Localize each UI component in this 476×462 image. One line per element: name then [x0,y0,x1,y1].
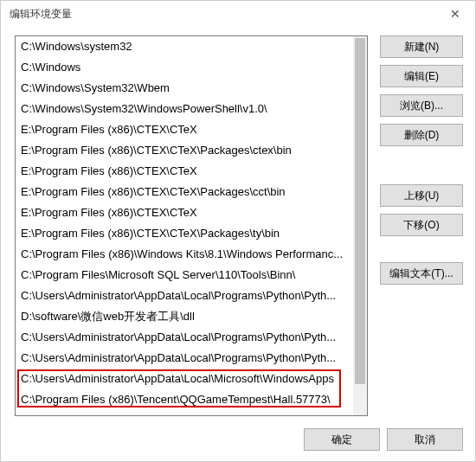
scrollbar[interactable] [353,36,367,415]
edit-env-var-dialog: 编辑环境变量 ✕ C:\Windows\system32C:\WindowsC:… [0,0,476,462]
ok-button[interactable]: 确定 [304,428,380,451]
list-item[interactable]: E:\Program Files (x86)\CTEX\CTeX\Package… [16,182,353,202]
titlebar: 编辑环境变量 ✕ [1,1,475,27]
scrollbar-thumb[interactable] [355,38,365,384]
list-item[interactable]: C:\Program Files (x86)\Windows Kits\8.1\… [16,244,353,265]
footer: 确定 取消 [1,420,475,461]
list-item[interactable]: C:\Users\Administrator\AppData\Local\Pro… [16,348,353,369]
edittext-button[interactable]: 编辑文本(T)... [380,262,463,285]
list-item[interactable]: C:\Windows\System32\WindowsPowerShell\v1… [16,99,353,119]
browse-button[interactable]: 浏览(B)... [380,94,463,117]
list-item[interactable]: E:\Program Files (x86)\CTEX\CTeX [16,202,353,223]
content-area: C:\Windows\system32C:\WindowsC:\Windows\… [1,27,475,420]
list-item[interactable]: C:\Windows\system32 [16,36,353,57]
list-item[interactable]: C:\Users\Administrator\AppData\Local\Pro… [16,327,353,348]
list-item[interactable]: C:\Users\Administrator\AppData\Local\Pro… [16,286,353,306]
list-item[interactable]: C:\Program Files (x86)\Tencent\QQGameTem… [16,389,353,410]
side-buttons: 新建(N) 编辑(E) 浏览(B)... 删除(D) 上移(U) 下移(O) 编… [380,35,463,420]
list-item[interactable]: E:\Program Files (x86)\CTEX\CTeX [16,119,353,140]
list-item[interactable]: C:\Program Files\Microsoft SQL Server\11… [16,265,353,286]
list-item[interactable]: C:\Windows\System32\Wbem [16,78,353,99]
cancel-button[interactable]: 取消 [387,428,463,451]
list-item[interactable]: E:\Program Files (x86)\CTEX\CTeX\Package… [16,223,353,244]
edit-button[interactable]: 编辑(E) [380,65,463,87]
list-item[interactable]: D:\software\微信web开发者工具\dll [16,306,353,327]
close-icon[interactable]: ✕ [442,1,468,27]
list-item[interactable]: C:\Windows [16,57,353,78]
moveup-button[interactable]: 上移(U) [380,184,463,207]
delete-button[interactable]: 删除(D) [380,124,463,146]
path-listbox[interactable]: C:\Windows\system32C:\WindowsC:\Windows\… [15,35,368,416]
list-item[interactable]: C:\Users\Administrator\AppData\Local\Mic… [16,369,353,389]
movedown-button[interactable]: 下移(O) [380,214,463,236]
dialog-title: 编辑环境变量 [10,7,72,22]
list-item[interactable]: D:\software\PyCharm 2022.1\bin [16,410,353,415]
list-item[interactable]: E:\Program Files (x86)\CTEX\CTeX\Package… [16,140,353,161]
new-button[interactable]: 新建(N) [380,35,463,58]
list-item[interactable]: E:\Program Files (x86)\CTEX\CTeX [16,161,353,182]
